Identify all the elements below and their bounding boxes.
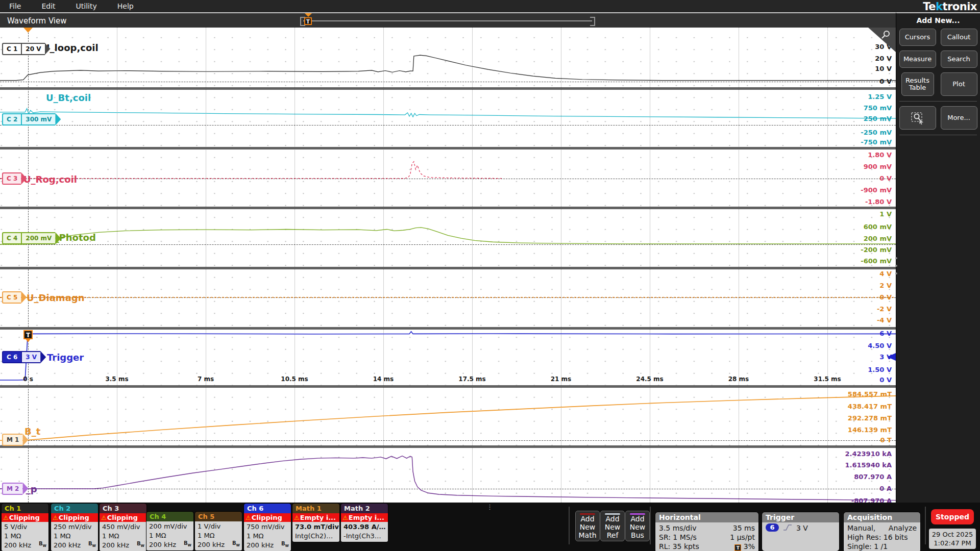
scale-label-c3: -900 mV [861, 186, 892, 194]
scale-label-m2: 0 A [879, 485, 892, 492]
trigger-position-triangle-icon[interactable] [23, 28, 33, 33]
waveform-view-title: Waveform View [7, 16, 67, 26]
horizontal-span: 35 ms [733, 523, 755, 533]
scale-label-c3: 900 mV [864, 163, 892, 170]
horizontal-panel-title: Horizontal [655, 512, 758, 522]
channel-badge-m2[interactable]: M 2 [2, 483, 28, 495]
results-table-button[interactable]: Results Table [901, 72, 934, 96]
add-new-ref-button[interactable]: Add New Ref [600, 511, 625, 541]
badge-channel-id: C 1 [2, 43, 21, 55]
readout-row: 200 kHzBw [149, 540, 193, 549]
badge-arrow-tip [55, 113, 61, 126]
badge-arrow-tip [22, 483, 28, 495]
horizontal-position-minimap[interactable]: T [300, 17, 595, 25]
lane-m1: 584.557 mT438.417 mT292.278 mT146.139 mT… [0, 386, 896, 446]
clipping-warning: ⚠Clipping [51, 513, 98, 522]
channel-readout-ch1[interactable]: Ch 1⚠Clipping5 V/div1 MΩ200 kHzBw [2, 504, 48, 551]
scale-label-c3: 1.80 V [868, 151, 892, 159]
channel-badge-c3[interactable]: C 3 [2, 172, 27, 185]
scale-label-c2: 750 mV [864, 104, 892, 112]
acq-mode: Manual, [847, 523, 875, 533]
channel-readout-body: 250 mV/div1 MΩ200 kHzBw [51, 522, 98, 551]
clipping-warning: ⚠Clipping [2, 513, 48, 522]
acq-single: Single: 1 /1 [847, 542, 888, 551]
waveform-plot[interactable]: 0 s3.5 ms7 ms10.5 ms14 ms17.5 ms21 ms24.… [0, 28, 896, 503]
menu-edit[interactable]: Edit [41, 2, 55, 10]
channel-readout-header: Ch 5 [195, 512, 242, 521]
clipping-warning: ⚠Clipping [244, 513, 291, 522]
warning-icon: ⚠ [245, 514, 252, 521]
badge-scale-value: 20 V [21, 43, 44, 55]
warning-text: Clipping [59, 514, 89, 521]
trigger-panel[interactable]: Trigger 6 3 V [762, 512, 839, 551]
callout-button[interactable]: Callout [941, 29, 977, 46]
panel-drag-handle[interactable] [895, 257, 898, 274]
warning-icon: ⚠ [101, 514, 107, 521]
horizontal-panel[interactable]: Horizontal 3.5 ms/div35 ms SR: 1 MS/s1 µ… [655, 512, 758, 551]
badge-bar-drag-dots[interactable]: ⋮ [486, 503, 493, 511]
time-tick-label: 0 s [23, 375, 33, 383]
channel-badge-c1[interactable]: C 120 V [2, 43, 51, 55]
channel-readout-body: 750 mV/div1 MΩ200 kHzBw [244, 522, 291, 551]
acquisition-panel-title: Acquisition [844, 512, 920, 522]
clipping-warning: ⚠Empty i... [341, 513, 388, 522]
badge-channel-id: C 3 [2, 172, 21, 185]
cursors-button[interactable]: Cursors [899, 29, 936, 46]
channel-badge-c6[interactable]: C 63 V [2, 351, 46, 363]
channel-readout-ch3[interactable]: Ch 3⚠Clipping450 mV/div1 MΩ200 kHzBw [100, 504, 146, 551]
trace-c3 [0, 148, 896, 208]
minimap-trigger-triangle-icon [305, 13, 312, 17]
stopped-button[interactable]: Stopped [931, 509, 974, 524]
readout-row: 73.0 mT/div [295, 522, 339, 532]
minimap-trigger-icon[interactable]: T [304, 17, 312, 25]
zoom-select-button[interactable] [899, 106, 936, 130]
badge-arrow-tip [21, 291, 27, 304]
acquisition-panel[interactable]: Acquisition Manual,Analyze High Res: 16 … [844, 512, 920, 551]
channel-label-c2: U_Bt,coil [46, 92, 91, 103]
readout-row: 1 V/div [198, 522, 242, 531]
channel-readout-math2[interactable]: Math 2⚠Empty i...403.98 A/…-Intg(Ch3… [341, 504, 388, 542]
channel-badge-m1[interactable]: M 1 [2, 434, 28, 446]
date-text: 29 Oct 2025 [929, 530, 976, 539]
trace-c5 [0, 268, 896, 328]
scale-label-c5: -4 V [877, 316, 892, 324]
badge-arrow-tip [45, 43, 51, 55]
readout-row: 5 V/div [4, 522, 48, 532]
search-button[interactable]: Search [941, 51, 977, 68]
bottom-separator-2 [650, 507, 651, 544]
scale-label-c6: 1.50 V [868, 366, 892, 373]
channel-badge-c4[interactable]: C 4200 mV [2, 232, 61, 244]
more-button[interactable]: More... [941, 106, 977, 130]
menu-help[interactable]: Help [117, 2, 134, 10]
lane-c6: 6 V4.50 V3 V1.50 V0 VTriggerC 63 V [0, 328, 896, 386]
sidebar-divider-2 [899, 135, 977, 135]
trigger-level-value: 3 V [796, 523, 808, 533]
menu-file[interactable]: File [9, 2, 21, 10]
channel-readout-math1[interactable]: Math 1⚠Empty i...73.0 mT/divIntg(Ch2)… [292, 504, 339, 542]
channel-readout-ch6[interactable]: Ch 6⚠Clipping750 mV/div1 MΩ200 kHzBw [244, 504, 291, 551]
channel-badge-c5[interactable]: C 5 [2, 291, 27, 304]
trigger-panel-title: Trigger [762, 512, 839, 522]
add-new-bus-button[interactable]: Add New Bus [625, 511, 650, 541]
scale-label-m1: 0 T [880, 436, 892, 444]
channel-badge-c2[interactable]: C 2300 mV [2, 113, 61, 126]
trigger-marker-icon[interactable]: T [23, 330, 33, 339]
scale-label-m1: 438.417 mT [848, 403, 892, 410]
plot-button[interactable]: Plot [941, 72, 977, 96]
badge-channel-id: M 1 [2, 434, 22, 446]
channel-readout-ch5[interactable]: Ch 51 V/div1 MΩ200 kHzBw [195, 512, 242, 550]
trace-m2 [0, 446, 896, 503]
channel-readout-ch2[interactable]: Ch 2⚠Clipping250 mV/div1 MΩ200 kHzBw [51, 504, 98, 551]
menu-utility[interactable]: Utility [76, 2, 97, 10]
button-color-stripe [580, 513, 595, 515]
add-new-math-button[interactable]: Add New Math [575, 511, 600, 541]
scale-label-m1: 146.139 mT [848, 426, 892, 434]
scale-label-m2: -807.970 A [851, 497, 892, 503]
button-color-stripe [630, 513, 645, 515]
waveform-view-titlebar: Waveform View T [0, 12, 896, 28]
measure-button[interactable]: Measure [899, 51, 936, 68]
trigger-source-badge: 6 [766, 523, 779, 532]
channel-readout-ch4[interactable]: Ch 4200 mV/div1 MΩ200 kHzBw [146, 512, 193, 550]
readout-row: -Intg(Ch3… [344, 532, 388, 541]
add-new-title: Add New... [896, 16, 980, 24]
